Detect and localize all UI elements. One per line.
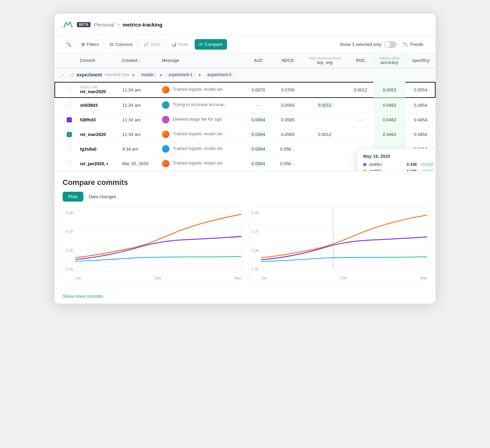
row-checkbox[interactable]: ✓ [67,117,72,122]
row-message: Deleted stage file for sgd [158,113,243,127]
row-commit-cell: BASELINE rel_mar2020 [76,82,118,98]
tooltip-row: dgfjf930.346+0.010 [363,169,433,171]
breadcrumb-sep: > [117,22,120,28]
table-row: sh839d3 11:34 am Trying to increase accu… [54,98,436,113]
avatar [162,131,169,138]
col-auc: AUC [243,53,274,68]
commits-table: Commit Created ↓ Message AUC NDCG train.… [54,53,436,171]
commit-id[interactable]: rel_mar2020 [80,89,106,94]
tooltip-diff: +0.010 [420,169,433,171]
row-expand-cell [54,127,63,142]
plots-icon: 📊 [171,42,177,47]
row-checkbox[interactable]: ✓ [67,132,72,137]
row-checkbox-cell[interactable] [63,142,76,156]
row-checkbox[interactable] [67,87,72,92]
row-checkbox[interactable] [67,160,72,166]
row-message: Trained logistic model wit.. [158,127,243,142]
commit-id[interactable]: rel_jan2020, r [80,161,108,166]
beta-badge: BETA [77,22,91,27]
row-commit-cell: sh839d3 [76,98,118,113]
col-ndcg: NDCG [274,53,302,68]
baseline-label: BASELINE [80,85,114,89]
row-ndcg: 0.0565 [274,113,302,127]
row-checkbox-cell[interactable] [63,156,76,171]
compare-icon: ⇄ [199,42,203,47]
table-row: ✓ rel_mar2020 11:34 am Trained logistic … [54,127,436,142]
row-checkbox-cell[interactable]: ✓ [63,113,76,127]
col-message: Message [158,53,243,68]
row-created: 11:34 am [118,127,158,142]
row-specificy: 0.0454 [406,113,435,127]
dag-button[interactable]: 📈 DAG [139,39,165,50]
col-top-avg: train.neuronet.level top_avg [301,53,348,68]
row-top-avg: 0.0012 [301,127,348,142]
tag-experiment-1[interactable]: experiment-1 [165,72,196,78]
commit-id[interactable]: sh839d3 [80,103,98,108]
chart-1: 0.38 0.37 0.36 0.35 [63,207,242,282]
breadcrumb-project: metrics-tracking [122,22,162,28]
columns-button[interactable]: ⊟ Columns [105,39,137,50]
row-commit-cell: rel_mar2020 [76,127,118,142]
row-message: Trained logistic model wit.. [158,156,243,171]
chart-1-y-labels: 0.38 0.37 0.36 0.35 [63,211,75,271]
row-auc: 0.0064 [243,127,274,142]
tab-plots[interactable]: Plots [63,192,83,202]
row-checkbox-cell[interactable] [63,82,76,98]
commit-id[interactable]: fg3s8a0 [80,147,96,152]
experiment-group-name: experiment [77,72,102,77]
tab-data-changes[interactable]: Data changes [83,192,121,202]
main-window: BETA Personal > metrics-tracking 🔍 ⊞ Fil… [54,14,436,304]
toolbar: 🔍 ⊞ Filters ⊟ Columns 📈 DAG 📊 Plots ⇄ Co… [54,36,436,53]
chart-2-inner: 0.38 0.37 0.36 0.35 [249,207,427,281]
tag-experiment-3[interactable]: experiment-3 [204,72,235,78]
row-expand-cell [54,156,63,171]
show-more-commits[interactable]: Show more commits [54,289,436,304]
row-auc: 0.0064 [243,113,274,127]
filters-label: Filters [87,42,99,47]
commit-id[interactable]: f38fhd3 [80,117,96,122]
plots-button[interactable]: 📊 Plots [167,39,193,50]
message-text: Trying to increase accurac.. [173,102,227,107]
row-commit-cell: f38fhd3 [76,113,118,127]
filters-button[interactable]: ⊞ Filters [77,39,103,50]
col-roc: ROC [348,53,373,68]
commit-id[interactable]: rel_mar2020 [80,132,106,137]
tooltip-dot [363,170,366,171]
row-accuracy: 0.0463 [373,98,406,113]
row-ndcg: 0.056… [274,142,302,156]
git-branch-icon: ⎇ [69,72,74,77]
row-ndcg: 0.0565 [274,127,302,142]
chart-2: 0.38 0.37 0.36 0.35 [248,207,427,282]
avatar [162,116,169,123]
tooltip-commit-name: ckd0ks [369,162,402,167]
row-message: Trying to increase accurac.. [158,98,243,113]
row-checkbox-cell[interactable]: ✓ [63,127,76,142]
tooltip-diff: +0.010 [420,162,433,167]
chart-2-y-labels: 0.38 0.37 0.36 0.35 [249,211,261,271]
row-message: Trained logistic model wit.. [158,82,243,98]
avatar [162,101,169,109]
compare-label: Compare [205,42,223,47]
chart-1-inner: 0.38 0.37 0.36 0.35 [63,207,241,281]
row-checkbox[interactable] [67,102,72,107]
collapse-group-button[interactable]: − [60,72,66,78]
row-auc: 0.0064 [243,156,274,171]
search-icon: 🔍 [66,42,71,47]
compare-button[interactable]: ⇄ Compare [195,39,227,50]
table-row: BASELINE rel_mar2020 11:34 am Trained lo… [54,82,436,98]
message-text: Trained logistic model wit.. [173,131,225,136]
toggle-switch[interactable] [384,41,396,48]
chart-tooltip: May 18, 2020 ckd0ks0.346+0.010dgfjf930.3… [357,149,436,171]
row-accuracy: 0.0463 [373,113,406,127]
row-checkbox[interactable] [67,146,72,151]
trends-button[interactable]: 📉 Trends [398,39,427,49]
tag-master[interactable]: master [138,72,157,78]
col-accuracy: metrics.json accuracy [373,53,406,68]
breadcrumb-workspace[interactable]: Personal [94,22,114,28]
row-top-avg [301,113,348,127]
search-button[interactable]: 🔍 [63,39,75,49]
table-row: fg3s8a0 9:34 am Trained logistic model w… [54,142,436,156]
row-checkbox-cell[interactable] [63,98,76,113]
breadcrumb: Personal > metrics-tracking [94,22,162,28]
row-ndcg: 0.0765 [274,82,302,98]
